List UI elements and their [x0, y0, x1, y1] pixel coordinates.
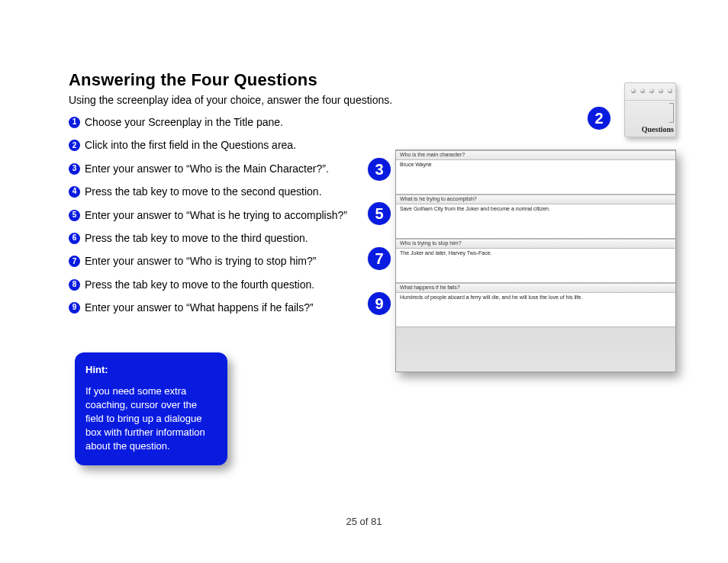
bracket-icon [669, 103, 674, 123]
callout-7-icon: 7 [368, 247, 391, 270]
step-7: 7Enter your answer to “Who is trying to … [69, 255, 362, 269]
step-text: Press the tab key to move to the third q… [85, 232, 362, 246]
intro-text: Using the screenplay idea of your choice… [69, 94, 392, 106]
step-3: 3Enter your answer to “Who is the Main C… [69, 162, 362, 176]
page-number: 25 of 81 [0, 516, 728, 527]
questions-tab-label: Questions [625, 125, 674, 134]
step-text: Enter your answer to “What happens if he… [85, 301, 362, 315]
question-2-answer[interactable]: Save Gotham City from the Joker and beco… [396, 204, 675, 239]
step-6: 6Press the tab key to move to the third … [69, 232, 362, 246]
callout-5-icon: 5 [368, 202, 391, 225]
step-number-icon: 9 [69, 302, 80, 314]
question-1-label: Who is the main character? [396, 150, 675, 160]
callout-2-icon: 2 [588, 107, 610, 130]
step-text: Press the tab key to move to the second … [85, 185, 362, 199]
step-9: 9Enter your answer to “What happens if h… [69, 301, 362, 315]
step-number-icon: 1 [69, 117, 80, 128]
question-4-label: What happens if he fails? [396, 283, 675, 293]
step-number-icon: 8 [69, 279, 80, 291]
step-text: Click into the first field in the Questi… [85, 139, 362, 153]
step-text: Choose your Screenplay in the Title pane… [85, 116, 362, 130]
page-heading: Answering the Four Questions [69, 70, 317, 90]
document-page: Answering the Four Questions Using the s… [0, 0, 728, 563]
hint-title: Hint: [85, 363, 217, 377]
questions-panel: Who is the main character? Bruce Wayne W… [395, 150, 676, 372]
question-1-answer[interactable]: Bruce Wayne [396, 160, 675, 195]
step-4: 4Press the tab key to move to the second… [69, 185, 362, 199]
step-number-icon: 4 [69, 186, 80, 198]
step-text: Enter your answer to “Who is trying to s… [85, 255, 362, 269]
callout-9-icon: 9 [368, 292, 391, 315]
navigation-dots-icon [631, 88, 672, 93]
step-number-icon: 6 [69, 233, 80, 244]
hint-box: Hint: If you need some extra coaching, c… [75, 352, 227, 465]
step-1: 1Choose your Screenplay in the Title pan… [69, 116, 362, 130]
step-number-icon: 2 [69, 140, 80, 151]
steps-list: 1Choose your Screenplay in the Title pan… [69, 116, 362, 315]
step-2: 2Click into the first field in the Quest… [69, 139, 362, 153]
step-number-icon: 5 [69, 210, 80, 221]
question-4-answer[interactable]: Hundreds of people aboard a ferry will d… [396, 293, 675, 327]
step-text: Enter your answer to “Who is the Main Ch… [85, 162, 362, 176]
step-number-icon: 7 [69, 256, 80, 267]
question-3-label: Who is trying to stop him? [396, 239, 675, 249]
step-number-icon: 3 [69, 163, 80, 175]
question-2-label: What is he trying to accomplish? [396, 195, 675, 204]
step-text: Press the tab key to move to the fourth … [85, 278, 362, 292]
questions-tab-chip: Questions [624, 82, 676, 137]
step-8: 8Press the tab key to move to the fourth… [69, 278, 362, 292]
callout-3-icon: 3 [368, 158, 391, 181]
step-5: 5Enter your answer to “What is he trying… [69, 209, 362, 223]
hint-body: If you need some extra coaching, cursor … [85, 384, 217, 453]
question-3-answer[interactable]: The Joker and later, Harvey Two-Face. [396, 249, 675, 283]
step-text: Enter your answer to “What is he trying … [85, 209, 362, 223]
